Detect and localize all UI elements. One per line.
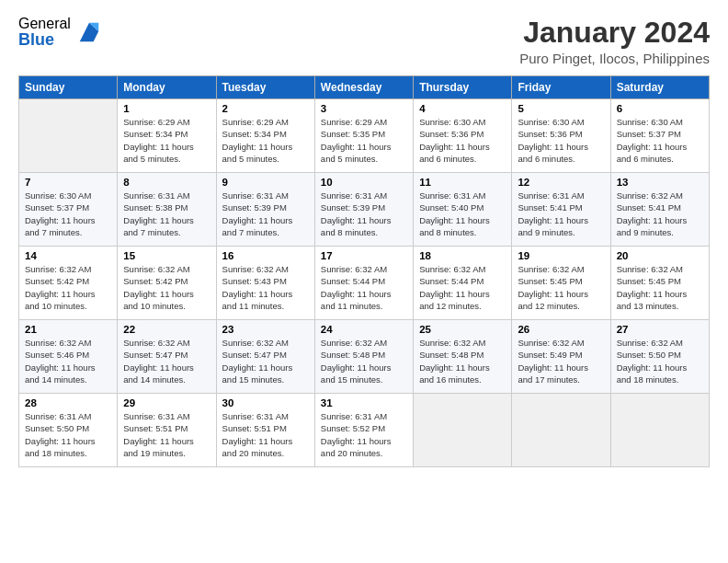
title-block: January 2024 Puro Pinget, Ilocos, Philip… [519,17,710,66]
day-number: 3 [321,103,407,114]
day-info: Sunrise: 6:31 AM Sunset: 5:39 PM Dayligh… [321,190,407,238]
day-info: Sunrise: 6:31 AM Sunset: 5:41 PM Dayligh… [518,190,604,238]
day-number: 29 [123,397,210,408]
logo-general: General [18,17,71,31]
day-number: 11 [419,177,506,188]
table-row: 18Sunrise: 6:32 AM Sunset: 5:44 PM Dayli… [414,247,512,320]
table-row: 13Sunrise: 6:32 AM Sunset: 5:41 PM Dayli… [610,173,709,247]
day-info: Sunrise: 6:31 AM Sunset: 5:40 PM Dayligh… [419,190,506,238]
table-row: 4Sunrise: 6:30 AM Sunset: 5:36 PM Daylig… [414,99,512,173]
day-number: 12 [518,177,604,188]
day-info: Sunrise: 6:31 AM Sunset: 5:52 PM Dayligh… [321,410,407,459]
day-number: 10 [321,177,407,188]
table-row: 23Sunrise: 6:32 AM Sunset: 5:47 PM Dayli… [216,320,314,394]
header-row: Sunday Monday Tuesday Wednesday Thursday… [19,76,710,99]
day-info: Sunrise: 6:32 AM Sunset: 5:45 PM Dayligh… [518,263,604,312]
table-row [19,99,118,173]
table-row: 5Sunrise: 6:30 AM Sunset: 5:36 PM Daylig… [512,99,610,173]
calendar-week-2: 7Sunrise: 6:30 AM Sunset: 5:37 PM Daylig… [19,173,710,247]
calendar-table: Sunday Monday Tuesday Wednesday Thursday… [18,75,710,467]
day-info: Sunrise: 6:32 AM Sunset: 5:45 PM Dayligh… [617,263,703,312]
logo: General Blue [18,17,102,48]
logo-icon [76,19,102,45]
day-number: 2 [222,103,309,114]
day-info: Sunrise: 6:30 AM Sunset: 5:36 PM Dayligh… [419,116,506,165]
calendar-week-5: 28Sunrise: 6:31 AM Sunset: 5:50 PM Dayli… [19,394,710,467]
table-row: 2Sunrise: 6:29 AM Sunset: 5:34 PM Daylig… [216,99,314,173]
calendar-header: Sunday Monday Tuesday Wednesday Thursday… [19,76,710,99]
logo-blue: Blue [18,31,71,48]
table-row: 17Sunrise: 6:32 AM Sunset: 5:44 PM Dayli… [314,247,413,320]
day-number: 4 [419,103,506,114]
table-row: 9Sunrise: 6:31 AM Sunset: 5:39 PM Daylig… [216,173,314,247]
table-row: 3Sunrise: 6:29 AM Sunset: 5:35 PM Daylig… [314,99,413,173]
table-row: 19Sunrise: 6:32 AM Sunset: 5:45 PM Dayli… [512,247,610,320]
col-monday: Monday [118,76,216,99]
day-info: Sunrise: 6:32 AM Sunset: 5:44 PM Dayligh… [321,263,407,312]
calendar-week-4: 21Sunrise: 6:32 AM Sunset: 5:46 PM Dayli… [19,320,710,394]
table-row: 30Sunrise: 6:31 AM Sunset: 5:51 PM Dayli… [216,394,314,467]
header: General Blue January 2024 Puro Pinget, I… [18,17,710,66]
day-info: Sunrise: 6:30 AM Sunset: 5:36 PM Dayligh… [518,116,604,165]
day-number: 1 [123,103,210,114]
table-row: 29Sunrise: 6:31 AM Sunset: 5:51 PM Dayli… [118,394,216,467]
col-sunday: Sunday [19,76,118,99]
table-row: 22Sunrise: 6:32 AM Sunset: 5:47 PM Dayli… [118,320,216,394]
day-info: Sunrise: 6:29 AM Sunset: 5:35 PM Dayligh… [321,116,407,165]
location-title: Puro Pinget, Ilocos, Philippines [519,51,710,66]
day-info: Sunrise: 6:32 AM Sunset: 5:46 PM Dayligh… [25,337,111,385]
day-info: Sunrise: 6:32 AM Sunset: 5:44 PM Dayligh… [419,263,506,312]
day-info: Sunrise: 6:32 AM Sunset: 5:49 PM Dayligh… [518,337,604,385]
table-row: 10Sunrise: 6:31 AM Sunset: 5:39 PM Dayli… [314,173,413,247]
col-wednesday: Wednesday [314,76,413,99]
table-row: 31Sunrise: 6:31 AM Sunset: 5:52 PM Dayli… [314,394,413,467]
day-number: 8 [123,177,210,188]
table-row: 12Sunrise: 6:31 AM Sunset: 5:41 PM Dayli… [512,173,610,247]
table-row: 15Sunrise: 6:32 AM Sunset: 5:42 PM Dayli… [118,247,216,320]
table-row: 8Sunrise: 6:31 AM Sunset: 5:38 PM Daylig… [118,173,216,247]
day-number: 24 [321,324,407,335]
month-title: January 2024 [519,17,710,49]
day-number: 9 [222,177,309,188]
table-row: 26Sunrise: 6:32 AM Sunset: 5:49 PM Dayli… [512,320,610,394]
table-row: 11Sunrise: 6:31 AM Sunset: 5:40 PM Dayli… [414,173,512,247]
table-row: 27Sunrise: 6:32 AM Sunset: 5:50 PM Dayli… [610,320,709,394]
table-row: 28Sunrise: 6:31 AM Sunset: 5:50 PM Dayli… [19,394,118,467]
day-info: Sunrise: 6:31 AM Sunset: 5:39 PM Dayligh… [222,190,309,238]
table-row: 1Sunrise: 6:29 AM Sunset: 5:34 PM Daylig… [118,99,216,173]
day-number: 6 [617,103,703,114]
table-row: 7Sunrise: 6:30 AM Sunset: 5:37 PM Daylig… [19,173,118,247]
day-info: Sunrise: 6:32 AM Sunset: 5:42 PM Dayligh… [123,263,210,312]
day-info: Sunrise: 6:32 AM Sunset: 5:50 PM Dayligh… [617,337,703,385]
day-number: 25 [419,324,506,335]
day-number: 7 [25,177,111,188]
table-row [610,394,709,467]
day-info: Sunrise: 6:31 AM Sunset: 5:38 PM Dayligh… [123,190,210,238]
day-number: 27 [617,324,703,335]
day-number: 20 [617,250,703,261]
day-number: 13 [617,177,703,188]
table-row: 6Sunrise: 6:30 AM Sunset: 5:37 PM Daylig… [610,99,709,173]
calendar-week-3: 14Sunrise: 6:32 AM Sunset: 5:42 PM Dayli… [19,247,710,320]
day-info: Sunrise: 6:31 AM Sunset: 5:51 PM Dayligh… [222,410,309,459]
table-row: 16Sunrise: 6:32 AM Sunset: 5:43 PM Dayli… [216,247,314,320]
col-thursday: Thursday [414,76,512,99]
day-number: 28 [25,397,111,408]
day-number: 26 [518,324,604,335]
day-info: Sunrise: 6:32 AM Sunset: 5:41 PM Dayligh… [617,190,703,238]
day-number: 17 [321,250,407,261]
day-info: Sunrise: 6:29 AM Sunset: 5:34 PM Dayligh… [123,116,210,165]
day-info: Sunrise: 6:31 AM Sunset: 5:51 PM Dayligh… [123,410,210,459]
table-row: 25Sunrise: 6:32 AM Sunset: 5:48 PM Dayli… [414,320,512,394]
calendar-week-1: 1Sunrise: 6:29 AM Sunset: 5:34 PM Daylig… [19,99,710,173]
day-number: 31 [321,397,407,408]
day-number: 21 [25,324,111,335]
day-info: Sunrise: 6:32 AM Sunset: 5:47 PM Dayligh… [123,337,210,385]
day-number: 22 [123,324,210,335]
table-row: 20Sunrise: 6:32 AM Sunset: 5:45 PM Dayli… [610,247,709,320]
col-friday: Friday [512,76,610,99]
table-row [512,394,610,467]
calendar-body: 1Sunrise: 6:29 AM Sunset: 5:34 PM Daylig… [19,99,710,467]
day-info: Sunrise: 6:31 AM Sunset: 5:50 PM Dayligh… [25,410,111,459]
day-number: 14 [25,250,111,261]
